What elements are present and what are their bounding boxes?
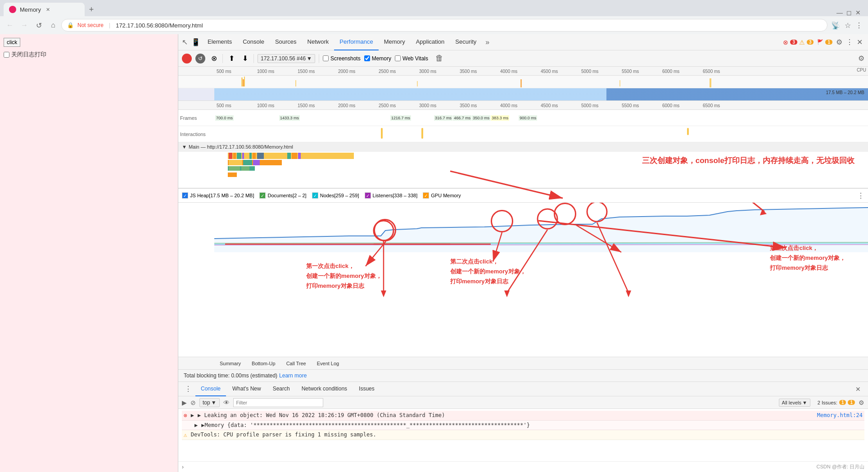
- svg-rect-55: [241, 166, 249, 171]
- svg-rect-38: [233, 153, 236, 159]
- run-script-button[interactable]: ▶: [182, 399, 187, 406]
- tab-sources[interactable]: Sources: [270, 34, 302, 50]
- console-tab-issues[interactable]: Issues: [353, 382, 380, 396]
- svg-rect-14: [243, 79, 244, 86]
- memory-checkbox[interactable]: [364, 55, 370, 61]
- learn-more-link[interactable]: Learn more: [279, 372, 307, 379]
- legend-listeners[interactable]: ✓ Listeners[338 – 338]: [365, 192, 418, 199]
- address-bar[interactable]: 🔒 Not secure | 172.17.100.56:8080/Memory…: [61, 19, 827, 32]
- close-log-checkbox[interactable]: [4, 52, 9, 58]
- perf-settings-button[interactable]: ⚙: [858, 54, 864, 62]
- new-tab-button[interactable]: +: [85, 3, 98, 16]
- page-content: click 关闭日志打印: [0, 34, 178, 472]
- console-entry-3-text: DevTools: CPU profile parser is fixing 1…: [191, 431, 863, 438]
- tab-memory[interactable]: Memory: [379, 34, 411, 50]
- console-tab-whats-new[interactable]: What's New: [227, 382, 267, 396]
- more-button[interactable]: ⋮: [854, 19, 864, 32]
- legend-gpu-memory[interactable]: ✓ GPU Memory: [423, 192, 461, 199]
- profile-dropdown[interactable]: 172.17.100.56 #46 ▼: [258, 54, 315, 63]
- legend-nodes[interactable]: ✓ Nodes[259 – 259]: [312, 192, 359, 199]
- tab-performance[interactable]: Performance: [334, 34, 378, 50]
- svg-text:2000 ms: 2000 ms: [338, 69, 355, 74]
- svg-text:6500 ms: 6500 ms: [703, 69, 720, 74]
- active-tab[interactable]: Memory ✕: [4, 3, 85, 16]
- security-icon: 🔒: [67, 22, 74, 28]
- frame-time-8: 900.0 ms: [519, 115, 537, 121]
- error-text-expand-1[interactable]: ▶: [191, 412, 194, 419]
- legend-js-heap[interactable]: ✓ JS Heap[17.5 MB – 20.2 MB]: [182, 192, 254, 199]
- console-tabs-bar: ⋮ Console What's New Search Network cond…: [178, 382, 868, 396]
- console-tab-network-conditions[interactable]: Network conditions: [296, 382, 353, 396]
- bottom-up-tab[interactable]: Bottom-Up: [246, 357, 281, 369]
- svg-text:6000 ms: 6000 ms: [662, 69, 679, 74]
- star-icon[interactable]: ☆: [843, 19, 853, 32]
- console-entry-1-source[interactable]: Memory.html:24: [817, 412, 863, 419]
- record-button[interactable]: [182, 54, 192, 64]
- svg-rect-45: [265, 153, 268, 159]
- console-settings-button[interactable]: ⚙: [859, 399, 864, 406]
- download-button[interactable]: ⬇: [240, 54, 250, 64]
- call-tree-tab[interactable]: Call Tree: [281, 357, 312, 369]
- legend-documents[interactable]: ✓ Documents[2 – 2]: [259, 192, 306, 199]
- svg-rect-53: [298, 153, 301, 159]
- more-tabs-button[interactable]: »: [482, 38, 493, 46]
- legend-nodes-checkbox[interactable]: ✓: [312, 192, 318, 199]
- cast-icon[interactable]: 📡: [829, 19, 842, 32]
- event-log-tab[interactable]: Event Log: [312, 357, 345, 369]
- summary-tabs-row: Summary Bottom-Up Call Tree Event Log: [178, 357, 868, 369]
- main-thread-header[interactable]: ▼ Main — http://172.17.100.56:8080/Memor…: [178, 142, 868, 152]
- web-vitals-checkbox[interactable]: [395, 55, 401, 61]
- console-menu-button[interactable]: ⋮: [182, 385, 194, 393]
- reload-button[interactable]: ↺: [32, 19, 45, 32]
- upload-button[interactable]: ⬆: [226, 54, 236, 64]
- tab-bar: Memory ✕ + — ◻ ✕: [0, 0, 868, 16]
- eye-button[interactable]: 👁: [223, 399, 230, 406]
- legend-gpu-memory-checkbox[interactable]: ✓: [423, 192, 429, 199]
- tab-network[interactable]: Network: [302, 34, 335, 50]
- minimize-button[interactable]: —: [836, 9, 843, 16]
- back-button[interactable]: ←: [4, 19, 16, 32]
- top-dropdown[interactable]: top ▼: [199, 398, 220, 407]
- interactions-row: Interactions: [178, 126, 868, 142]
- tab-elements[interactable]: Elements: [202, 34, 237, 50]
- frame-time-6: 350.0 ms: [472, 115, 490, 121]
- tab-security[interactable]: Security: [450, 34, 482, 50]
- console-entry-expand-2[interactable]: ▶: [194, 422, 198, 428]
- url-text: 172.17.100.56:8080/Memory.html: [116, 22, 822, 29]
- console-tab-console[interactable]: Console: [195, 382, 226, 396]
- tab-console[interactable]: Console: [237, 34, 270, 50]
- close-log-label[interactable]: 关闭日志打印: [4, 50, 174, 59]
- devtools-more-button[interactable]: ⋮: [846, 38, 853, 46]
- home-button[interactable]: ⌂: [47, 19, 59, 32]
- clear-console-button[interactable]: ⊘: [190, 399, 196, 406]
- svg-rect-17: [417, 81, 418, 86]
- tab-close-button[interactable]: ✕: [45, 6, 52, 13]
- legend-js-heap-checkbox[interactable]: ✓: [182, 192, 188, 199]
- clear-button[interactable]: ⊗: [209, 54, 219, 64]
- console-tab-search[interactable]: Search: [267, 382, 295, 396]
- summary-tab[interactable]: Summary: [214, 357, 246, 369]
- console-input[interactable]: [185, 464, 864, 470]
- svg-text:4000 ms: 4000 ms: [500, 69, 517, 74]
- devtools-close-button[interactable]: ✕: [857, 38, 863, 46]
- screenshots-checkbox[interactable]: [323, 55, 329, 61]
- restore-button[interactable]: ◻: [846, 9, 852, 16]
- forward-button[interactable]: →: [18, 19, 31, 32]
- tab-application[interactable]: Application: [411, 34, 450, 50]
- click-button[interactable]: click: [4, 38, 20, 47]
- reload-record-button[interactable]: ↺: [195, 54, 205, 64]
- window-close-button[interactable]: ✕: [855, 9, 861, 16]
- clear-recordings-button[interactable]: 🗑: [435, 54, 443, 63]
- legend-documents-checkbox[interactable]: ✓: [259, 192, 266, 199]
- console-close-button[interactable]: ✕: [852, 386, 864, 393]
- legend-scroll-btn[interactable]: ⋮: [857, 191, 864, 200]
- legend-listeners-checkbox[interactable]: ✓: [365, 192, 371, 199]
- devtools-settings-button[interactable]: ⚙: [836, 38, 842, 46]
- devtools-tabs: ↖ 📱 Elements Console Sources Network Per…: [178, 34, 868, 50]
- svg-rect-19: [619, 80, 620, 86]
- all-levels-dropdown[interactable]: All levels ▼: [779, 399, 810, 407]
- devtools-cursor-icon[interactable]: ↖: [180, 38, 190, 46]
- console-filter-input[interactable]: [233, 398, 323, 407]
- flame-chart: [214, 152, 868, 188]
- devtools-device-icon[interactable]: 📱: [190, 38, 202, 46]
